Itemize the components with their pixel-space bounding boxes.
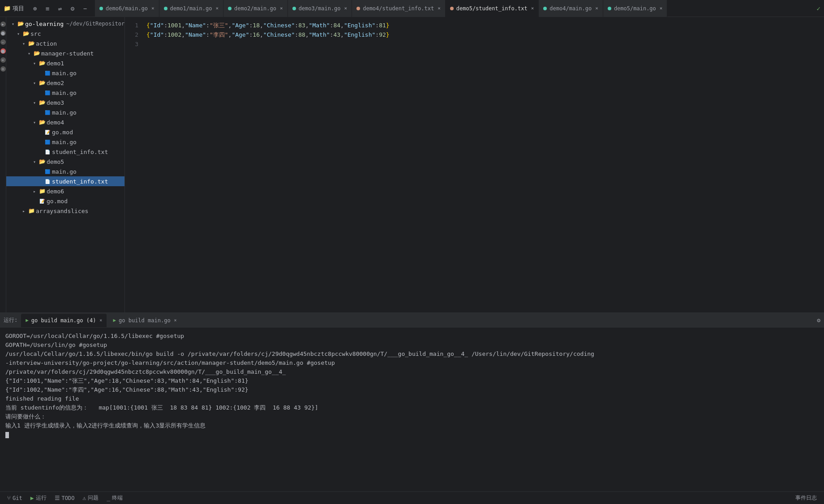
editor-tab-t5[interactable]: demo4/student_info.txt× <box>352 0 446 17</box>
tab-close-btn[interactable]: × <box>660 5 663 11</box>
txt-file-icon: 📄 <box>44 178 51 184</box>
status-problems[interactable]: ⚠ 问题 <box>79 492 102 504</box>
tree-item-demo3[interactable]: 📂demo3 <box>6 98 124 107</box>
tree-item-demo4[interactable]: 📂demo4 <box>6 117 124 127</box>
root-folder-icon: 📂 <box>17 21 24 27</box>
checkmark-icon: ✓ <box>817 5 820 12</box>
tab-close-btn[interactable]: × <box>344 5 348 11</box>
tree-item-demo4-txt[interactable]: 📄student_info.txt <box>6 147 124 157</box>
tree-item-label: demo4 <box>47 119 64 126</box>
status-run[interactable]: ▶ 运行 <box>27 492 50 504</box>
root-path: ~/dev/GitRepository/c <box>66 21 125 27</box>
run-icon[interactable]: ▶ <box>0 21 6 27</box>
terminal-cursor <box>5 432 9 438</box>
tab-close-btn[interactable]: × <box>280 5 283 11</box>
status-todo[interactable]: ☰ TODO <box>51 492 78 504</box>
folder-icon: 📂 <box>22 30 30 37</box>
run-tab-icon: ▶ <box>113 317 116 323</box>
tree-item-demo5[interactable]: 📂demo5 <box>6 157 124 167</box>
root-label: go-learning <box>25 21 64 27</box>
tree-item-demo3-main[interactable]: 🟦main.go <box>6 107 124 117</box>
terminal-cursor-line <box>5 430 819 439</box>
editor-tab-t3[interactable]: demo2/main.go× <box>223 0 288 17</box>
tree-item-demo2[interactable]: 📂demo2 <box>6 78 124 88</box>
tab-file-icon <box>543 7 547 10</box>
globe-icon[interactable]: ⊕ <box>30 4 39 13</box>
project-header: 📁 项目 ⊕ ≡ ⇌ ⚙ − <box>4 4 93 13</box>
project-label[interactable]: 📁 项目 <box>4 4 24 13</box>
run-tab-close[interactable]: × <box>99 318 102 323</box>
editor-tab-t4[interactable]: demo3/main.go× <box>288 0 352 17</box>
txt-file-icon: 📄 <box>44 149 51 155</box>
run-tab-close[interactable]: × <box>174 318 177 323</box>
terminal[interactable]: GOROOT=/usr/local/Cellar/go/1.16.5/libex… <box>0 328 824 491</box>
status-bar: ⑂ Git ▶ 运行 ☰ TODO ⚠ 问题 _ 终端 事件日志 <box>0 491 824 504</box>
run-tab-rt2[interactable]: ▶go build main.go× <box>108 314 181 327</box>
panel-settings-icon[interactable]: ⚙ <box>817 317 820 324</box>
tree-item-demo4-main[interactable]: 🟦main.go <box>6 137 124 147</box>
error-icon[interactable]: ⬤ <box>0 48 6 54</box>
tab-label: demo4/student_info.txt <box>363 5 434 12</box>
layers-icon[interactable]: ≡ <box>43 4 52 13</box>
minimize-icon[interactable]: − <box>81 4 90 13</box>
code-content[interactable]: 123 {"Id":1001,"Name":"张三","Age":18,"Chi… <box>125 17 824 312</box>
editor-tab-t8[interactable]: demo5/main.go× <box>603 0 668 17</box>
status-event-log[interactable]: 事件日志 <box>792 492 820 504</box>
tree-item-demo1[interactable]: 📂demo1 <box>6 58 124 68</box>
status-git[interactable]: ⑂ Git <box>4 492 26 504</box>
tree-item-label: main.go <box>52 90 77 96</box>
editor-tab-t2[interactable]: demo1/main.go× <box>159 0 224 17</box>
tab-file-icon <box>228 7 232 10</box>
edit-icon[interactable]: ✏ <box>0 39 6 45</box>
list-icon[interactable]: ≡ <box>0 57 6 63</box>
tab-close-btn[interactable]: × <box>531 5 534 11</box>
tree-item-demo2-main[interactable]: 🟦main.go <box>6 88 124 98</box>
status-terminal[interactable]: _ 终端 <box>103 492 126 504</box>
folder-icon: 📁 <box>39 188 46 194</box>
folder-icon: 📂 <box>39 158 46 165</box>
grid-icon[interactable]: ⊞ <box>0 66 6 72</box>
settings-icon[interactable]: ⚙ <box>68 4 77 13</box>
tab-close-btn[interactable]: × <box>438 5 441 11</box>
tree-item-demo6[interactable]: 📁demo6 <box>6 186 124 196</box>
editor-tab-t1[interactable]: demo6/main.go× <box>95 0 159 17</box>
folder-icon: 📂 <box>39 60 46 66</box>
bottom-panel: 运行: ▶go build main.go (4)×▶go build main… <box>0 312 824 491</box>
split-icon[interactable]: ⇌ <box>56 4 64 13</box>
run-tab-icon: ▶ <box>26 317 29 323</box>
terminal-line: 当前 studentinfo的信息为： map[1001:{1001 张三 18… <box>5 403 819 412</box>
line-number: 2 <box>125 30 138 39</box>
folder-chevron <box>21 40 27 47</box>
tab-label: demo1/main.go <box>170 5 212 12</box>
run-tab-label: go build main.go (4) <box>31 317 96 324</box>
terminal-line: /usr/local/Cellar/go/1.16.5/libexec/bin/… <box>5 350 819 359</box>
tree-item-src[interactable]: 📂src <box>6 29 124 38</box>
tab-file-icon <box>164 7 167 10</box>
run-tab-rt1[interactable]: ▶go build main.go (4)× <box>21 314 107 327</box>
line-number: 3 <box>125 39 138 49</box>
tab-close-btn[interactable]: × <box>151 5 154 11</box>
tree-root[interactable]: 📂 go-learning ~/dev/GitRepository/c <box>6 19 124 29</box>
run-tab-label: go build main.go <box>119 317 171 324</box>
tree-item-action[interactable]: 📂action <box>6 38 124 48</box>
editor-tab-t7[interactable]: demo4/main.go× <box>539 0 603 17</box>
tree-item-go-mod[interactable]: 📝go.mod <box>6 196 124 206</box>
tree-item-demo5-txt[interactable]: 📄student_info.txt <box>6 176 124 186</box>
tree-item-label: manager-student <box>41 50 94 57</box>
tab-file-icon <box>292 7 296 10</box>
tree-item-demo4-gomod[interactable]: 📝go.mod <box>6 127 124 137</box>
tab-close-btn[interactable]: × <box>595 5 598 11</box>
tree-item-demo1-main[interactable]: 🟦main.go <box>6 68 124 78</box>
editor-tab-t6[interactable]: demo5/student_info.txt× <box>446 0 539 17</box>
tab-close-btn[interactable]: × <box>215 5 219 11</box>
folder-chevron <box>31 158 38 165</box>
tree-item-manager-student[interactable]: 📂manager-student <box>6 48 124 58</box>
tree-item-label: main.go <box>52 70 77 77</box>
tree-item-demo5-main[interactable]: 🟦main.go <box>6 167 124 176</box>
go-file-icon: 🟦 <box>44 168 51 175</box>
debug-icon[interactable]: ⬤ <box>0 30 6 36</box>
tree-item-arraysandslices[interactable]: 📁arraysandslices <box>6 206 124 216</box>
tab-label: demo6/main.go <box>106 5 148 12</box>
folder-icon: 📂 <box>28 40 35 47</box>
folder-icon: 📂 <box>39 80 46 86</box>
